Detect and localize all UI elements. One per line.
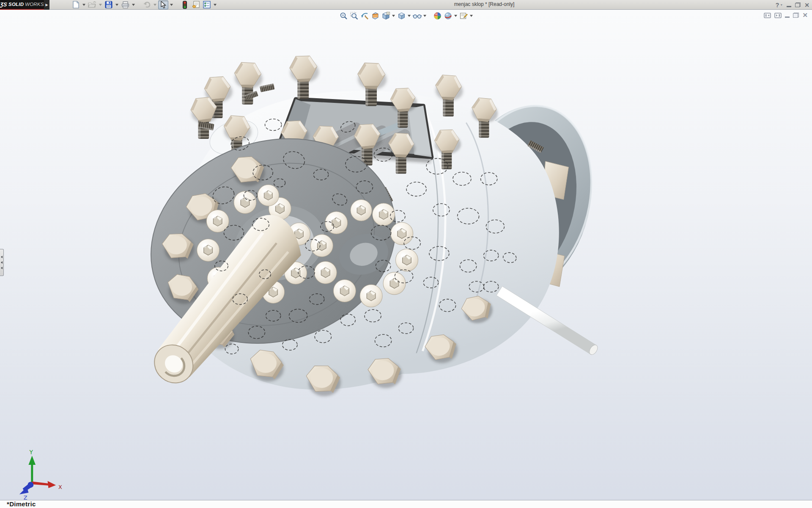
menu-expand-button[interactable]: ▶	[44, 0, 49, 10]
view-settings-icon	[444, 12, 452, 20]
x-axis-arrow	[48, 481, 56, 488]
y-axis-arrow	[28, 456, 36, 465]
previous-view-button[interactable]	[360, 11, 369, 20]
previous-view-icon	[361, 12, 369, 20]
select-cursor-icon	[160, 1, 166, 8]
printer-icon	[121, 1, 129, 8]
x-axis-label: X	[58, 484, 62, 490]
markup-icon	[460, 12, 468, 20]
hide-show-items-dropdown-arrow[interactable]	[423, 11, 427, 20]
view-orientation-dropdown-arrow[interactable]	[392, 11, 395, 20]
window-controls: ?▼ ✕	[776, 0, 809, 10]
split-pane-right-button[interactable]	[774, 11, 782, 19]
view-orientation-button[interactable]	[381, 11, 390, 20]
open-folder-icon	[88, 1, 96, 8]
options-dropdown-arrow[interactable]	[213, 0, 217, 9]
view-settings-dropdown-arrow[interactable]	[454, 11, 458, 20]
solidworks-logo: ƷSSOLIDWORKS	[0, 0, 44, 10]
feature-manager-collapsed-tab[interactable]	[0, 249, 4, 276]
apply-scene-icon	[433, 12, 442, 20]
restore-button[interactable]	[795, 0, 801, 10]
file-properties-button[interactable]	[191, 0, 201, 9]
undo-button[interactable]	[142, 0, 152, 9]
options-button[interactable]	[202, 0, 212, 9]
section-view-button[interactable]	[370, 11, 380, 20]
save-button[interactable]	[104, 0, 114, 9]
section-view-icon	[371, 12, 379, 20]
markup-dropdown-arrow[interactable]	[469, 11, 473, 20]
document-window-controls: ✕	[764, 11, 808, 19]
zoom-to-fit-icon	[340, 12, 348, 20]
rebuild-button[interactable]	[180, 0, 190, 9]
select-button[interactable]	[158, 0, 168, 9]
heads-up-view-toolbar	[339, 11, 473, 20]
document-restore-button[interactable]	[793, 11, 799, 19]
split-pane-right-icon	[774, 13, 782, 18]
split-pane-left-button[interactable]	[764, 11, 771, 19]
main-toolbar	[71, 0, 217, 9]
document-minimize-button[interactable]	[785, 11, 790, 19]
new-dropdown-arrow[interactable]	[82, 0, 86, 9]
options-checklist-icon	[203, 1, 211, 8]
display-style-icon	[398, 12, 406, 20]
undo-dropdown-arrow[interactable]	[153, 0, 157, 9]
help-button[interactable]: ?▼	[776, 0, 783, 10]
select-dropdown-arrow[interactable]	[169, 0, 174, 9]
open-button[interactable]	[87, 0, 97, 9]
eyeglasses-icon	[413, 12, 422, 20]
close-button[interactable]: ✕	[804, 0, 809, 10]
new-document-button[interactable]	[71, 0, 81, 9]
title-bar[interactable]: ƷSSOLIDWORKS ▶	[0, 0, 812, 10]
window-title: menjac sklop * [Read-only]	[438, 1, 531, 7]
split-pane-left-icon	[764, 13, 771, 18]
traffic-light-icon	[183, 1, 187, 9]
document-close-button[interactable]: ✕	[802, 11, 808, 19]
new-document-icon	[72, 1, 80, 8]
y-axis-label: Y	[29, 449, 33, 456]
x-axis-shaft	[32, 481, 49, 486]
print-dropdown-arrow[interactable]	[131, 0, 136, 9]
zoom-to-area-button[interactable]	[349, 11, 359, 20]
view-settings-button[interactable]	[443, 11, 453, 20]
collapse-arrow-icon	[1, 256, 3, 258]
zoom-to-fit-button[interactable]	[339, 11, 348, 20]
collapse-arrow-icon	[1, 267, 3, 269]
collapse-arrow-icon	[1, 261, 3, 264]
orientation-triad[interactable]: Y X Z	[19, 449, 62, 501]
file-properties-icon	[192, 1, 200, 8]
save-floppy-icon	[105, 1, 112, 8]
gearbox-assembly-model[interactable]: Y X Z	[0, 10, 812, 508]
open-dropdown-arrow[interactable]	[98, 0, 103, 9]
zoom-to-area-icon	[350, 12, 358, 20]
save-dropdown-arrow[interactable]	[115, 0, 119, 9]
print-button[interactable]	[120, 0, 130, 9]
dassault-logo-glyph: ƷS	[0, 1, 8, 8]
display-style-dropdown-arrow[interactable]	[407, 11, 411, 20]
status-strip	[0, 500, 812, 508]
apply-scene-button[interactable]	[433, 11, 442, 20]
display-style-button[interactable]	[397, 11, 406, 20]
minimize-button[interactable]	[787, 0, 791, 10]
view-orientation-label: *Dimetric	[7, 500, 36, 508]
view-orientation-icon	[382, 12, 390, 20]
hide-show-items-button[interactable]	[412, 11, 422, 20]
markup-button[interactable]	[459, 11, 468, 20]
undo-arrow-icon	[143, 1, 151, 8]
